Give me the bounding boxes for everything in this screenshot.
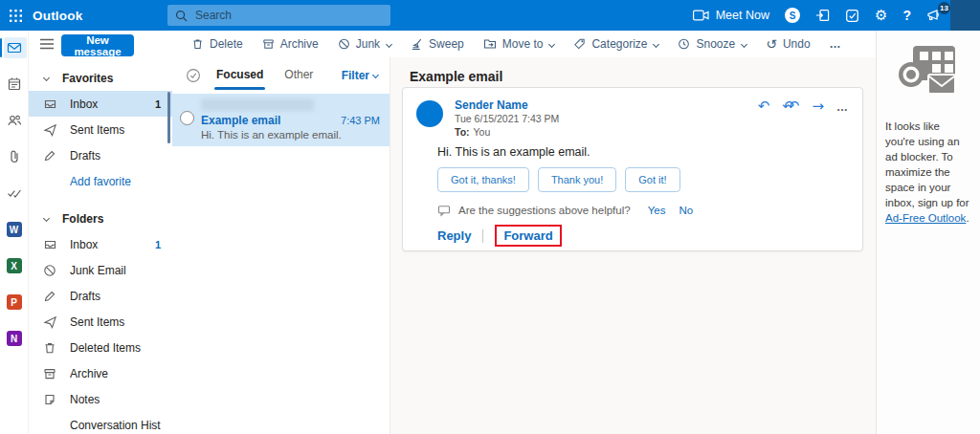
filter-button[interactable]: Filter [342, 69, 378, 82]
feedback-no-button[interactable]: No [679, 205, 693, 216]
folder-label: Drafts [70, 290, 161, 303]
unread-count: 1 [155, 98, 161, 110]
move-folder-icon [483, 37, 497, 51]
email-subject: Example email [201, 114, 280, 127]
rail-calendar-button[interactable] [0, 74, 29, 95]
paperclip-icon [7, 149, 22, 164]
sidebar-item-sent[interactable]: Sent Items [29, 309, 172, 335]
help-button[interactable]: ? [895, 0, 919, 31]
app-title: Outlook [33, 9, 82, 23]
account-button[interactable] [950, 0, 980, 31]
archive-button[interactable]: Archive [253, 31, 328, 57]
archive-icon [42, 367, 57, 380]
inbox-icon [42, 98, 57, 111]
waffle-icon [10, 10, 22, 22]
rail-powerpoint-button[interactable]: P [0, 292, 29, 313]
sidebar-scrollbar[interactable] [167, 92, 170, 143]
rail-excel-button[interactable]: X [0, 255, 29, 276]
people-icon [7, 113, 22, 128]
forward-highlight-annotation: Forward [495, 225, 561, 247]
email-list-item[interactable]: Example email 7:43 PM Hi. This is an exa… [172, 94, 390, 146]
rail-word-button[interactable]: W [0, 219, 29, 240]
favorites-section-header[interactable]: Favorites [29, 65, 172, 91]
ad-free-outlook-link[interactable]: Ad-Free Outlook [885, 212, 966, 224]
app-launcher-button[interactable] [0, 0, 31, 31]
sender-name[interactable]: Sender Name [455, 98, 528, 112]
circle-check-icon [186, 68, 201, 83]
send-icon [42, 123, 57, 137]
todo-checklist-icon [845, 9, 859, 23]
rail-people-button[interactable] [0, 110, 29, 131]
sidebar-item-inbox[interactable]: Inbox 1 [29, 231, 172, 257]
move-to-button[interactable]: Move to [474, 31, 565, 57]
inbox-icon [42, 238, 57, 251]
reading-pane: Example email Sender Name Tue 6/15/2021 … [390, 57, 876, 434]
delete-button[interactable]: Delete [182, 31, 253, 57]
top-bar: Outlook Meet Now S [0, 0, 980, 31]
meet-now-button[interactable]: Meet Now [685, 0, 777, 31]
folder-label: Notes [70, 393, 161, 406]
tab-other[interactable]: Other [284, 68, 313, 83]
junk-button[interactable]: Junk [328, 31, 401, 57]
email-datetime: Tue 6/15/2021 7:43 PM [455, 113, 559, 124]
rail-onenote-button[interactable]: N [0, 328, 29, 349]
search-bar[interactable] [167, 5, 390, 26]
sidebar-item-sent-favorite[interactable]: Sent Items [29, 117, 172, 142]
select-all-button[interactable] [186, 68, 201, 83]
whats-new-button[interactable]: 13 [919, 0, 950, 31]
sidebar-item-deleted[interactable]: Deleted Items [29, 335, 172, 360]
reply-icon-button[interactable]: ↶ [758, 99, 770, 114]
sidebar-item-junk[interactable]: Junk Email [29, 257, 172, 283]
tab-focused[interactable]: Focused [216, 68, 263, 83]
folders-section-header[interactable]: Folders [29, 206, 172, 231]
feed-button[interactable] [808, 0, 837, 31]
message-actions: ↶ ↶↶ → … [758, 99, 849, 114]
sidebar-item-drafts[interactable]: Drafts [29, 283, 172, 309]
sidebar-item-notes[interactable]: Notes [29, 386, 172, 412]
undo-button[interactable]: ↺ Undo [756, 31, 819, 57]
settings-button[interactable]: ⚙ [867, 0, 895, 31]
email-title: Example email [410, 69, 502, 84]
rail-attachments-button[interactable] [0, 146, 29, 167]
sidebar-item-archive[interactable]: Archive [29, 360, 172, 386]
sidebar-item-drafts-favorite[interactable]: Drafts [29, 142, 172, 168]
recipient-line: To:You [455, 126, 490, 138]
reply-all-icon-button[interactable]: ↶↶ [782, 99, 799, 114]
folder-pane: New message Favorites Inbox 1 Sent Items [29, 31, 172, 434]
sweep-button[interactable]: Sweep [401, 31, 474, 57]
suggested-reply-button[interactable]: Got it! [625, 167, 679, 192]
rail-todo-button[interactable] [0, 183, 29, 204]
skype-icon: S [785, 8, 800, 23]
sidebar-item-inbox-favorite[interactable]: Inbox 1 [29, 91, 172, 117]
rail-mail-button[interactable] [0, 37, 29, 58]
search-input[interactable] [195, 9, 383, 22]
snooze-button[interactable]: Snooze [668, 31, 756, 57]
suggested-reply-button[interactable]: Got it, thanks! [437, 167, 529, 192]
add-favorite-button[interactable]: Add favorite [29, 168, 172, 194]
to-label: To: [455, 126, 470, 138]
toolbar-more-button[interactable]: … [820, 37, 852, 51]
chevron-down-icon [43, 215, 50, 222]
send-icon [42, 315, 57, 329]
skype-button[interactable]: S [777, 0, 808, 31]
collapse-pane-button[interactable] [39, 38, 55, 50]
suggested-reply-button[interactable]: Thank you! [538, 167, 616, 192]
feed-icon [815, 9, 830, 22]
select-email-radio[interactable] [180, 111, 194, 125]
new-message-button[interactable]: New message [61, 34, 134, 56]
quick-reply-row: Reply Forward [437, 225, 562, 247]
forward-icon-button[interactable]: → [812, 99, 824, 114]
sidebar-item-conversation-history[interactable]: Conversation Hist... [29, 412, 172, 434]
feedback-yes-button[interactable]: Yes [648, 205, 666, 216]
gear-icon: ⚙ [875, 9, 887, 23]
message-list-header: Focused Other Filter [172, 57, 390, 94]
unread-count: 1 [155, 239, 161, 250]
reply-button[interactable]: Reply [437, 228, 471, 243]
pencil-icon [42, 290, 57, 303]
categorize-button[interactable]: Categorize [564, 31, 668, 57]
search-icon [175, 10, 188, 22]
forward-button[interactable]: Forward [503, 228, 552, 243]
message-more-button[interactable]: … [836, 100, 849, 114]
sender-avatar[interactable] [416, 100, 443, 127]
todo-button[interactable] [837, 0, 867, 31]
